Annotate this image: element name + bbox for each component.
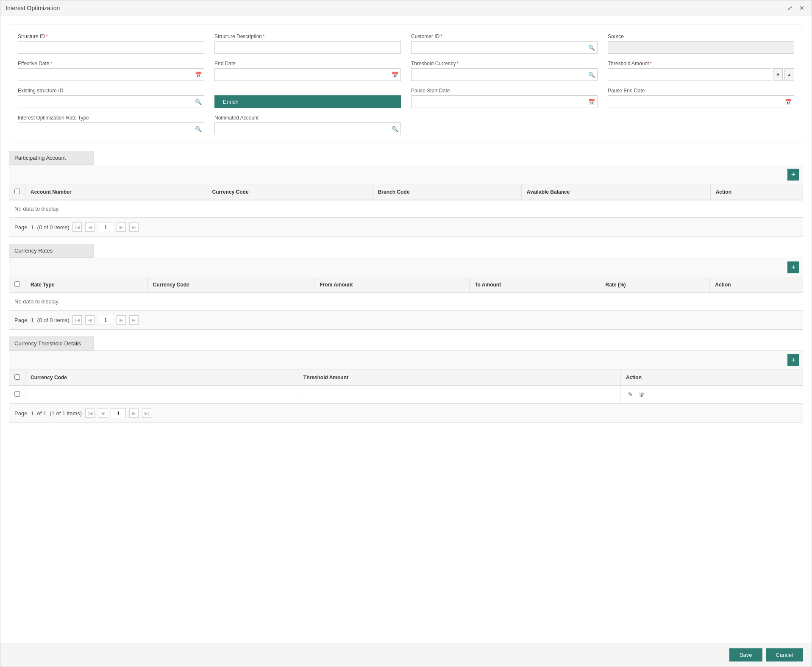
nominated-account-input[interactable] <box>214 122 401 135</box>
existing-structure-label: Existing structure ID <box>18 88 204 94</box>
customer-id-group: Customer ID* 🔍 <box>411 33 598 54</box>
currency-threshold-add-button[interactable]: + <box>787 354 799 366</box>
pa-page-input[interactable] <box>98 222 113 232</box>
cr-rate-header: Rate (%) <box>600 277 710 293</box>
customer-id-search-icon[interactable]: 🔍 <box>588 44 595 51</box>
structure-desc-group: Structure Description* <box>214 33 401 54</box>
threshold-amount-input[interactable] <box>608 68 771 81</box>
end-date-input[interactable] <box>214 68 401 81</box>
nominated-account-search-icon[interactable]: 🔍 <box>392 126 398 132</box>
interest-opt-rate-input[interactable] <box>18 122 204 135</box>
existing-structure-input[interactable] <box>18 95 204 108</box>
ct-page-value: 1 <box>31 410 33 417</box>
pause-start-date-wrap: 📅 <box>411 95 598 108</box>
participating-account-toolbar: + <box>9 165 803 184</box>
source-label: Source <box>608 33 794 39</box>
table-row: ✎ 🗑 <box>9 386 803 403</box>
ct-delete-button[interactable]: 🗑 <box>637 390 647 399</box>
interest-opt-rate-search-icon[interactable]: 🔍 <box>195 126 202 132</box>
interest-opt-rate-wrap: 🔍 <box>18 122 204 135</box>
save-button[interactable]: Save <box>729 648 762 661</box>
cr-from-amount-header: From Amount <box>314 277 470 293</box>
threshold-up-button[interactable]: ▲ <box>784 68 794 81</box>
cr-action-header: Action <box>710 277 803 293</box>
pause-end-date-group: Pause End Date 📅 <box>608 88 794 108</box>
ct-row-checkbox-cell <box>9 386 25 403</box>
pa-no-data-cell: No data to display. <box>9 200 803 217</box>
cr-prev-page-button[interactable]: ◀ <box>85 315 95 325</box>
cr-checkbox-header <box>9 277 25 293</box>
existing-structure-search-icon[interactable]: 🔍 <box>195 99 202 105</box>
customer-id-input[interactable] <box>411 41 598 54</box>
participating-account-table: Account Number Currency Code Branch Code… <box>9 184 803 217</box>
participating-account-body: + Account Number Currency Code Branch Co… <box>9 165 803 237</box>
pa-last-page-button[interactable]: ▶| <box>129 222 139 232</box>
pa-currency-code-header: Currency Code <box>207 184 373 200</box>
threshold-currency-search-icon[interactable]: 🔍 <box>588 72 595 78</box>
cr-page-input[interactable] <box>98 315 113 325</box>
pause-start-date-label: Pause Start Date <box>411 88 598 94</box>
end-date-calendar-icon[interactable]: 📅 <box>392 72 398 78</box>
ct-first-page-button[interactable]: |◀ <box>85 409 95 418</box>
pa-next-page-button[interactable]: ▶ <box>117 222 126 232</box>
pause-end-date-input[interactable] <box>608 95 794 108</box>
ct-prev-page-button[interactable]: ◀ <box>98 409 107 418</box>
structure-desc-input[interactable] <box>214 41 401 54</box>
cr-page-label: Page <box>14 317 27 323</box>
effective-date-input[interactable] <box>18 68 204 81</box>
end-date-label: End Date <box>214 61 401 67</box>
close-button[interactable]: ✕ <box>797 4 806 12</box>
structure-id-label: Structure ID* <box>18 33 204 39</box>
currency-rates-add-button[interactable]: + <box>787 261 799 273</box>
structure-id-input[interactable] <box>18 41 204 54</box>
pa-checkbox-header <box>9 184 25 200</box>
ct-edit-button[interactable]: ✎ <box>626 390 635 399</box>
pa-first-page-button[interactable]: |◀ <box>72 222 82 232</box>
pa-prev-page-button[interactable]: ◀ <box>85 222 95 232</box>
cr-last-page-button[interactable]: ▶| <box>129 315 139 325</box>
pa-page-value: 1 <box>31 224 33 231</box>
interest-opt-rate-label: Interest Optimization Rate Type <box>18 115 204 121</box>
ct-checkbox-header <box>9 370 25 386</box>
ct-next-page-button[interactable]: ▶ <box>129 409 139 418</box>
enrich-button[interactable]: Enrich <box>214 95 401 108</box>
cr-next-page-button[interactable]: ▶ <box>117 315 126 325</box>
participating-account-add-button[interactable]: + <box>787 169 799 181</box>
ct-select-all-checkbox[interactable] <box>14 374 20 380</box>
participating-account-header-row: Account Number Currency Code Branch Code… <box>9 184 803 200</box>
pa-select-all-checkbox[interactable] <box>14 189 20 194</box>
end-date-wrap: 📅 <box>214 68 401 81</box>
currency-rates-toolbar: + <box>9 258 803 277</box>
cr-no-data-cell: No data to display. <box>9 293 803 310</box>
title-bar: Interest Optimization ⤢ ✕ <box>0 0 812 16</box>
threshold-amount-wrap: ▼ ▲ <box>608 68 794 81</box>
cr-currency-code-header: Currency Code <box>147 277 314 293</box>
ct-row-checkbox[interactable] <box>14 391 20 397</box>
ct-action-header: Action <box>620 370 803 386</box>
pause-end-date-wrap: 📅 <box>608 95 794 108</box>
currency-threshold-pagination: Page 1 of 1 (1 of 1 items) |◀ ◀ ▶ ▶| <box>9 403 803 422</box>
resize-button[interactable]: ⤢ <box>785 4 795 12</box>
cr-select-all-checkbox[interactable] <box>14 281 20 287</box>
ct-items-label: (1 of 1 items) <box>50 410 82 417</box>
cancel-button[interactable]: Cancel <box>766 648 803 661</box>
pa-no-data-row: No data to display. <box>9 200 803 217</box>
pause-start-date-calendar-icon[interactable]: 📅 <box>588 99 595 105</box>
participating-account-pagination: Page 1 (0 of 0 items) |◀ ◀ ▶ ▶| <box>9 217 803 236</box>
ct-currency-code-header: Currency Code <box>25 370 298 386</box>
pause-end-date-calendar-icon[interactable]: 📅 <box>785 99 792 105</box>
currency-threshold-header: Currency Threshold Details <box>9 336 94 350</box>
threshold-currency-input[interactable] <box>411 68 598 81</box>
pause-start-date-input[interactable] <box>411 95 598 108</box>
cr-to-amount-header: To Amount <box>470 277 600 293</box>
ct-last-page-button[interactable]: ▶| <box>142 409 151 418</box>
threshold-amount-group: Threshold Amount* ▼ ▲ <box>608 61 794 81</box>
cr-rate-type-header: Rate Type <box>25 277 148 293</box>
cr-first-page-button[interactable]: |◀ <box>72 315 82 325</box>
nominated-account-label: Nominated Account <box>214 115 401 121</box>
threshold-currency-label: Threshold Currency* <box>411 61 598 67</box>
threshold-down-button[interactable]: ▼ <box>773 68 783 81</box>
effective-date-calendar-icon[interactable]: 📅 <box>195 72 202 78</box>
ct-page-input[interactable] <box>111 408 126 418</box>
cr-page-of: (0 of 0 items) <box>37 317 70 323</box>
